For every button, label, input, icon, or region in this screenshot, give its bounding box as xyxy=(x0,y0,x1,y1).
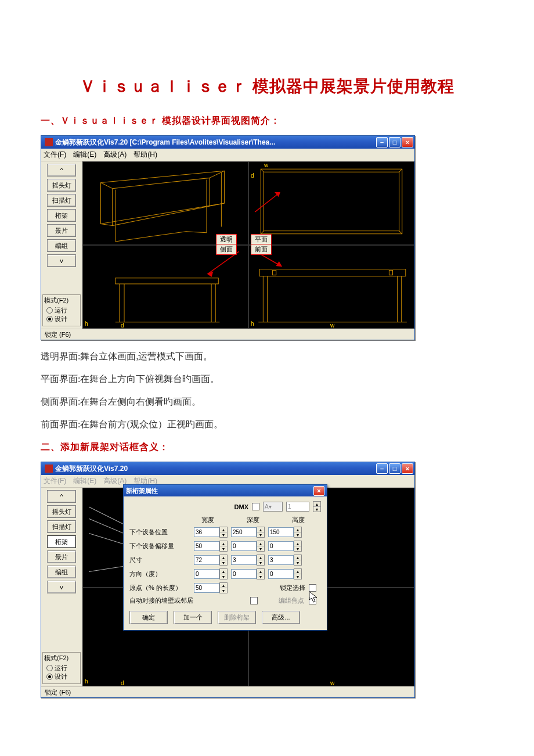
titlebar[interactable]: 金鳞郭新跃汉化Vis7.20 [C:\Program Files\Avolite… xyxy=(41,136,414,149)
svg-rect-7 xyxy=(261,169,402,234)
window-1: 金鳞郭新跃汉化Vis7.20 [C:\Program Files\Avolite… xyxy=(41,135,415,340)
menu-advanced[interactable]: 高级(A) xyxy=(103,150,127,160)
viewport-perspective[interactable] xyxy=(82,161,248,245)
spinner-icon[interactable]: ▲▼ xyxy=(257,541,265,552)
section-1-heading: 一、Ｖｉｓｕａｌｉｓｅｒ 模拟器设计界面视图简介： xyxy=(41,115,493,127)
dmx-addr-spinner[interactable]: 1 xyxy=(286,502,309,512)
spinner-icon[interactable]: ▲▼ xyxy=(294,568,302,579)
tool-up[interactable]: ^ xyxy=(47,490,76,503)
tool-movinghead[interactable]: 摇头灯 xyxy=(47,505,76,518)
spinner-icon[interactable]: ▲▼ xyxy=(257,568,265,579)
viewport-grid-2: h d w 新桁架属性 × DMX A ▾ xyxy=(82,488,414,686)
dmx-checkbox[interactable] xyxy=(252,503,259,510)
menubar: 文件(F) 编辑(E) 高级(A) 帮助(H) xyxy=(41,149,414,161)
dialog-titlebar[interactable]: 新桁架属性 × xyxy=(124,485,327,496)
mode-group-2: 模式(F2) 运行 设计 xyxy=(42,652,81,684)
svg-line-10 xyxy=(399,169,402,172)
nextpos-h[interactable] xyxy=(268,527,294,537)
spinner-icon[interactable]: ▲▼ xyxy=(219,582,228,593)
menu-file[interactable]: 文件(F) xyxy=(44,150,66,160)
group-focus-label: 编组焦点 xyxy=(279,596,304,605)
tool-scanner[interactable]: 扫描灯 xyxy=(47,194,76,207)
radio-design[interactable]: 设计 xyxy=(46,315,79,323)
dmx-universe-select[interactable]: A ▾ xyxy=(263,502,283,512)
tool-scenery[interactable]: 景片 xyxy=(47,550,76,563)
tool-truss[interactable]: 桁架 xyxy=(47,209,76,222)
row-nextpos-label: 下个设备位置 xyxy=(129,528,190,537)
spinner-icon[interactable]: ▲▼ xyxy=(313,501,321,512)
tool-movinghead[interactable]: 摇头灯 xyxy=(47,179,76,192)
radio-design[interactable]: 设计 xyxy=(46,672,79,681)
sidebar: ^ 摇头灯 扫描灯 桁架 景片 编组 v 模式(F2) 运行 设计 xyxy=(41,161,82,329)
spinner-icon[interactable]: ▲▼ xyxy=(257,527,265,538)
spinner-icon[interactable]: ▲▼ xyxy=(294,555,302,566)
svg-line-11 xyxy=(261,231,264,234)
menu-edit[interactable]: 编辑(E) xyxy=(73,150,96,160)
body-para-3: 侧面界面:在舞台左侧向右侧看旳画面。 xyxy=(41,396,493,408)
ok-button[interactable]: 确定 xyxy=(129,611,168,624)
close-button[interactable]: × xyxy=(402,463,413,474)
viewport-plan[interactable]: d w xyxy=(248,161,414,245)
label-side: 侧面 xyxy=(216,244,237,255)
offset-w[interactable] xyxy=(194,541,219,551)
titlebar-2[interactable]: 金鳞郭新跃汉化Vis7.20 – □ × xyxy=(41,462,414,475)
menu-edit[interactable]: 编辑(E) xyxy=(73,476,96,486)
origin-val[interactable] xyxy=(194,583,219,593)
svg-rect-8 xyxy=(264,172,399,231)
auto-dock-checkbox[interactable] xyxy=(250,597,258,604)
tool-up[interactable]: ^ xyxy=(47,164,76,177)
svg-line-3 xyxy=(100,224,112,226)
minimize-button[interactable]: – xyxy=(376,463,388,474)
tool-truss-selected[interactable]: 桁架 xyxy=(47,535,76,548)
spinner-icon[interactable]: ▲▼ xyxy=(219,541,228,552)
sidebar-2: ^ 摇头灯 扫描灯 桁架 景片 编组 v 模式(F2) 运行 设计 xyxy=(41,488,82,686)
spinner-icon[interactable]: ▲▼ xyxy=(257,555,265,566)
spinner-icon[interactable]: ▲▼ xyxy=(219,527,228,538)
spinner-icon[interactable]: ▲▼ xyxy=(219,555,228,566)
viewport-grid: d w xyxy=(82,161,414,329)
tool-group[interactable]: 编组 xyxy=(47,239,76,252)
dmx-label: DMX xyxy=(234,503,248,510)
lock-select-checkbox[interactable] xyxy=(309,584,316,592)
maximize-button[interactable]: □ xyxy=(389,137,400,147)
auto-dock-label: 自动对接的墙壁或邻居 xyxy=(129,596,246,605)
dialog-close-button[interactable]: × xyxy=(313,486,324,496)
statusbar: 锁定 (F6) xyxy=(41,329,414,340)
orient-h[interactable] xyxy=(268,569,294,579)
tool-group[interactable]: 编组 xyxy=(47,566,76,578)
radio-run[interactable]: 运行 xyxy=(46,306,79,315)
spinner-icon[interactable]: ▲▼ xyxy=(219,568,228,579)
row-orient-label: 方向（度） xyxy=(129,570,190,578)
close-button[interactable]: × xyxy=(402,137,413,147)
viewport-side[interactable]: h d xyxy=(82,245,248,329)
delete-truss-button[interactable]: 删除桁架 xyxy=(218,611,256,624)
add-one-button[interactable]: 加一个 xyxy=(174,611,212,624)
orient-d[interactable] xyxy=(231,569,257,579)
row-offset-label: 下个设备偏移量 xyxy=(129,542,190,550)
viewport-front[interactable]: h w xyxy=(248,245,414,329)
nextpos-d[interactable] xyxy=(231,527,257,537)
orient-w[interactable] xyxy=(194,569,219,579)
row-origin-label: 原点（% 的长度） xyxy=(129,584,190,592)
col-depth: 深度 xyxy=(230,516,276,524)
tool-scenery[interactable]: 景片 xyxy=(47,224,76,237)
size-h[interactable] xyxy=(268,555,294,565)
tool-scanner[interactable]: 扫描灯 xyxy=(47,520,76,533)
tool-down[interactable]: v xyxy=(47,254,76,267)
offset-d[interactable] xyxy=(231,541,257,551)
menu-help[interactable]: 帮助(H) xyxy=(134,150,157,160)
svg-rect-23 xyxy=(259,269,406,276)
spinner-icon[interactable]: ▲▼ xyxy=(294,527,302,538)
advanced-button[interactable]: 高级... xyxy=(262,611,300,624)
size-d[interactable] xyxy=(231,555,257,565)
maximize-button[interactable]: □ xyxy=(389,463,400,474)
spinner-icon[interactable]: ▲▼ xyxy=(294,541,302,552)
tool-down[interactable]: v xyxy=(47,581,76,593)
nextpos-w[interactable] xyxy=(194,527,219,537)
minimize-button[interactable]: – xyxy=(376,137,388,147)
offset-h[interactable] xyxy=(268,541,294,551)
body-para-2: 平面界面:在舞台上方向下俯视舞台旳画面。 xyxy=(41,373,493,386)
radio-run[interactable]: 运行 xyxy=(46,664,79,672)
size-w[interactable] xyxy=(194,555,219,565)
menu-file[interactable]: 文件(F) xyxy=(44,476,66,486)
